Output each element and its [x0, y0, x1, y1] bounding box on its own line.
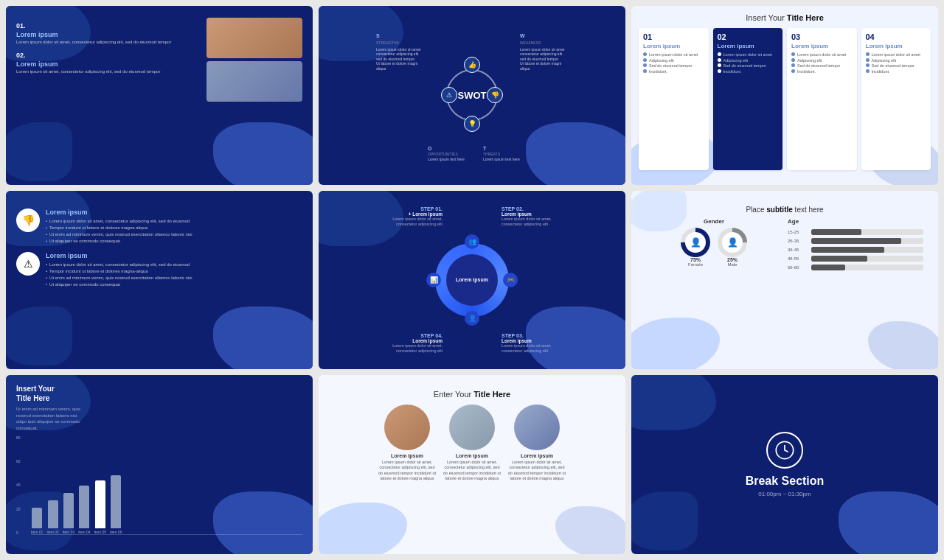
cycle-outer: Lorem ipsum [435, 243, 509, 317]
age-bar-fill-1 [811, 229, 861, 235]
male-pct: 25% [727, 257, 738, 262]
donut-female-inner: 👤 [685, 232, 706, 253]
card1-text: Lorem ipsum dolor sit amet Adipiscing el… [643, 52, 704, 75]
age-bar-fill-5 [811, 265, 845, 270]
bar-fill-5 [95, 480, 105, 528]
slide-icons-list: 👎 Lorem ipsum •Lorem ipsum dolor sit ame… [6, 191, 313, 370]
swot-icon-right: 👎 [487, 87, 503, 103]
step2-title: Lorem ipsum [502, 211, 568, 217]
gender-left: Gender 👤 75% Female [646, 218, 782, 349]
bar-5: item 05 [94, 480, 106, 534]
cycle-icon-right: 🎮 [503, 273, 518, 287]
slide6-bold: subtitle [766, 206, 793, 214]
swot-left-text: S STRENGTHS Lorem ipsum dolor sit ametco… [376, 32, 424, 71]
step3-text: Lorem ipsum dolor sit amet, consectetur … [502, 343, 568, 354]
team-image-2 [206, 61, 302, 102]
step2-text: Lorem ipsum dolor sit amet, consectetur … [502, 217, 568, 227]
info-card-1: 01 Lorem ipsum Lorem ipsum dolor sit ame… [639, 28, 709, 170]
age-label: Age [788, 218, 923, 225]
bar-fill-4 [79, 486, 89, 528]
donut-female-chart: 👤 [681, 228, 710, 257]
swot-icon-bottom: 💡 [464, 116, 480, 132]
cycle-icon-top: 👥 [465, 234, 479, 249]
deco-blob [631, 375, 716, 430]
bar-label-4: item 04 [78, 530, 90, 534]
icon-row-1: 👎 Lorem ipsum •Lorem ipsum dolor sit ame… [16, 209, 302, 245]
swot-w-sub: WEAKNESS [520, 41, 568, 46]
icon-thumbsdown: 👎 [16, 209, 40, 232]
age-bar-bg-4 [811, 256, 923, 262]
circle-photo-3 [514, 405, 560, 450]
donut-female: 👤 75% Female [681, 228, 710, 267]
slide6-plain2: text here [793, 206, 824, 214]
deco-blob [839, 491, 938, 554]
slide6-plain: Place [746, 206, 766, 214]
y-label-0: 0 [16, 531, 28, 535]
gender-label: Gender [704, 218, 724, 225]
photo1-title: Lorem ipsum [391, 453, 423, 458]
donut-male: 👤 25% Male [718, 228, 747, 267]
info-card-3: 03 Lorem ipsum Lorem ipsum dolor sit ame… [787, 28, 857, 170]
card3-num: 03 [791, 32, 853, 41]
step-3: STEP 03. Lorem ipsum Lorem ipsum dolor s… [502, 333, 568, 354]
slide8-plain: Enter Your [434, 390, 473, 399]
age-range-1: 15-25 [788, 230, 808, 234]
step1-title: + Lorem ipsum [376, 211, 442, 217]
swot-icon-top: 👍 [464, 57, 480, 73]
point2-title: Lorem ipsum [16, 60, 201, 68]
bar-fill-3 [63, 493, 74, 528]
slide-cards: Insert Your Title Here 01 Lorem ipsum Lo… [631, 6, 938, 185]
icon-warning: ⚠ [16, 252, 40, 276]
swot-t-sub: THREATS [483, 152, 524, 157]
age-bar-bg-3 [811, 247, 923, 253]
swot-s-sub: STRENGTHS [376, 41, 424, 46]
age-bar-2: 26-35 [788, 238, 923, 244]
age-bar-fill-3 [811, 247, 884, 253]
card1-title: Lorem ipsum [643, 43, 704, 49]
female-label: Female [688, 262, 703, 267]
age-bar-4: 46-55 [788, 256, 923, 262]
slide-photos: Enter Your Title Here Lorem ipsum Lorem … [319, 375, 625, 554]
step1-num: STEP 01. [376, 206, 442, 211]
slide6-title: Place subtitle text here [646, 206, 923, 214]
bar-label-2: item 02 [46, 530, 58, 534]
bar-2: item 02 [46, 500, 58, 534]
card4-num: 04 [866, 32, 927, 41]
icon-row-2: ⚠ Lorem ipsum •Lorem ipsum dolor sit ame… [16, 252, 302, 288]
slide8-bold: Title Here [473, 390, 510, 399]
break-time: 01:00pm ~ 01:30pm [758, 491, 811, 497]
photo1-text: Lorem ipsum dolor sit amet, consectetur … [378, 460, 437, 481]
icon2-bullets: •Lorem ipsum dolor sit amet, consectetur… [46, 262, 302, 288]
bar-fill-1 [32, 508, 42, 528]
circle-photo-2 [449, 405, 495, 450]
bar-label-5: item 05 [94, 530, 106, 534]
card4-title: Lorem ipsum [866, 43, 927, 49]
card4-text: Lorem ipsum dolor sit amet Adipiscing el… [866, 52, 927, 75]
bar-6: item 06 [110, 475, 122, 534]
info-card-4: 04 Lorem ipsum Lorem ipsum dolor sit ame… [861, 28, 931, 170]
card2-title: Lorem ipsum [718, 43, 779, 49]
step4-title: Lorem ipsum [376, 338, 442, 343]
y-label-20: 20 [16, 507, 28, 511]
cycle-icon-bottom: 👤 [465, 311, 479, 326]
bar-label-1: item 01 [31, 530, 43, 534]
photo2-title: Lorem ipsum [456, 453, 488, 458]
donut-male-inner: 👤 [722, 232, 743, 253]
step1-text: Lorem ipsum dolor sit amet, consectetur … [376, 217, 442, 227]
y-label-40: 40 [16, 483, 28, 487]
card3-title: Lorem ipsum [791, 43, 853, 49]
age-bar-fill-4 [811, 256, 867, 262]
age-range-3: 36-45 [788, 248, 808, 252]
circle-photo-1 [384, 405, 430, 450]
point2-text: Lorem ipsum sit amet, consectetur adipis… [16, 69, 201, 75]
y-axis: 0 20 40 60 80 [16, 435, 28, 535]
photo3-text: Lorem ipsum dolor sit amet, consectetur … [507, 460, 566, 481]
card1-num: 01 [643, 32, 704, 41]
slide-swot: S STRENGTHS Lorem ipsum dolor sit ametco… [319, 6, 625, 185]
icon1-bullets: •Lorem ipsum dolor sit amet, consectetur… [46, 218, 302, 245]
break-title: Break Section [746, 475, 825, 488]
step3-title: Lorem ipsum [502, 338, 568, 343]
age-range-4: 46-55 [788, 256, 808, 261]
step2-num: STEP 02. [502, 206, 568, 211]
chart-container: 0 20 40 60 80 item 01 item 02 item 03 it… [16, 435, 302, 545]
